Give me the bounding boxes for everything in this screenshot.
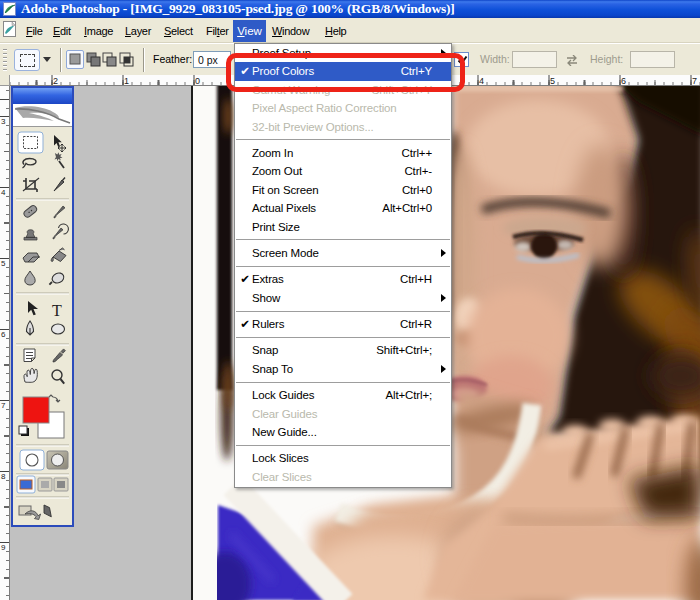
svg-text:T: T (52, 302, 62, 319)
